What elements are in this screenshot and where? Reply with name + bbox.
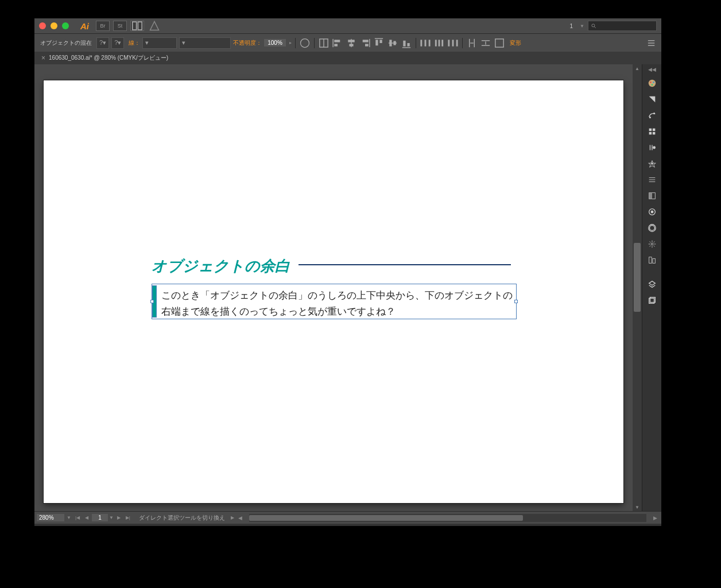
panel-menu-icon[interactable] (646, 38, 658, 48)
stock-icon[interactable]: St (113, 21, 127, 31)
align-top-icon[interactable] (373, 38, 385, 48)
svg-line-69 (653, 246, 654, 247)
align-right-icon[interactable] (359, 38, 371, 48)
svg-rect-72 (649, 257, 651, 264)
svg-rect-49 (652, 129, 654, 131)
svg-rect-24 (407, 43, 409, 47)
artboard-number-input[interactable]: 1 (92, 514, 108, 521)
symbols-panel-icon[interactable] (644, 124, 661, 139)
vscroll-thumb[interactable] (634, 243, 641, 312)
align-left-icon[interactable] (332, 38, 343, 48)
scroll-down-arrow[interactable]: ▼ (633, 503, 642, 511)
artboard: オブジェクトの余白 このとき「オブジェクトの余白」のうしろの上下中央から、下のオ… (44, 80, 623, 503)
panel-dock: ◀◀ (642, 64, 661, 511)
svg-point-63 (651, 243, 653, 245)
align-selection-icon[interactable] (318, 38, 330, 48)
svg-point-44 (653, 82, 654, 83)
search-input[interactable] (588, 21, 657, 31)
document-tab-label: 160630_0630.ai* @ 280% (CMYK/プレビュー) (49, 54, 168, 62)
svg-point-2 (592, 24, 595, 27)
hscroll-left-arrow[interactable]: ◀ (237, 515, 245, 521)
distribute-right-icon[interactable] (447, 38, 459, 48)
distribute-hcenter-icon[interactable] (433, 38, 445, 48)
stroke-weight-dropdown[interactable]: ▾ (142, 37, 177, 49)
stroke-profile-dropdown[interactable]: ▾ (179, 37, 231, 49)
collapse-panels-icon[interactable]: ◀◀ (648, 67, 656, 72)
heading-text: オブジェクトの余白 (152, 257, 290, 274)
artboards-panel-icon[interactable] (644, 293, 661, 308)
brushes-panel-icon[interactable] (644, 108, 661, 123)
svg-rect-31 (448, 40, 449, 46)
recolor-icon[interactable] (299, 38, 311, 48)
selection-handle[interactable] (514, 300, 518, 303)
svg-rect-38 (495, 38, 503, 47)
stroke-panel-icon[interactable] (644, 140, 661, 155)
bridge-icon[interactable]: Br (96, 21, 110, 31)
svg-rect-13 (369, 38, 370, 47)
appearance-panel-icon[interactable] (644, 204, 661, 219)
gradient-panel-icon[interactable] (644, 172, 661, 187)
hscroll-thumb[interactable] (249, 515, 524, 521)
transparency-panel-icon[interactable] (644, 188, 661, 203)
graphic-styles-panel-icon[interactable] (644, 237, 661, 252)
last-artboard-button[interactable]: ▶| (124, 514, 132, 522)
close-button[interactable] (39, 22, 46, 29)
opacity-value[interactable]: 100% (264, 39, 286, 47)
svg-rect-17 (375, 40, 378, 45)
opacity-label: 不透明度： (233, 39, 262, 47)
stroke-dropdown[interactable]: ?▾ (111, 37, 124, 49)
app-window: Ai Br St 1 ▼ オブジェクトの混在 ?▾ ?▾ 線： ▾ ▾ 不透明度… (34, 18, 661, 526)
distribute-vspace-icon[interactable] (466, 38, 478, 48)
document-tab[interactable]: × 160630_0630.ai* @ 280% (CMYK/プレビュー) (38, 54, 172, 62)
color-panel-icon[interactable] (644, 76, 661, 91)
selection-handle[interactable] (150, 300, 154, 303)
align-to-icon[interactable] (494, 38, 505, 48)
arrange-docs-icon[interactable] (130, 21, 144, 31)
align-bottom-icon[interactable] (401, 38, 412, 48)
cc-libraries-panel-icon[interactable] (644, 220, 661, 235)
align-hcenter-icon[interactable] (346, 38, 357, 48)
svg-rect-7 (332, 38, 333, 47)
heading-object[interactable]: オブジェクトの余白 (152, 256, 555, 276)
distribute-hspace-icon[interactable] (480, 38, 491, 48)
svg-rect-18 (379, 40, 382, 43)
heading-rule-line (299, 264, 511, 265)
svg-point-46 (649, 117, 650, 118)
svg-point-42 (648, 80, 655, 87)
maximize-button[interactable] (62, 22, 69, 29)
window-controls (39, 22, 69, 29)
workspace-label[interactable]: 1 (567, 23, 577, 29)
canvas-area[interactable]: オブジェクトの余白 このとき「オブジェクトの余白」のうしろの上下中央から、下のオ… (34, 64, 633, 511)
color-guide-panel-icon[interactable] (644, 156, 661, 171)
gpu-icon[interactable] (148, 21, 161, 31)
svg-point-43 (650, 82, 652, 83)
svg-point-45 (651, 84, 653, 86)
horizontal-scrollbar[interactable] (249, 514, 646, 522)
scroll-up-arrow[interactable]: ▲ (633, 64, 642, 72)
vertical-scrollbar[interactable]: ▲ ▼ (633, 64, 642, 511)
fill-dropdown[interactable]: ?▾ (96, 37, 109, 49)
layers-panel-icon[interactable] (644, 277, 661, 292)
swatches-panel-icon[interactable] (644, 92, 661, 107)
prev-artboard-button[interactable]: ◀ (83, 514, 91, 522)
textbox-object-selected[interactable]: このとき「オブジェクトの余白」のうしろの上下中央から、下のオブジェクトの 右端ま… (152, 284, 517, 319)
transform-label[interactable]: 変形 (510, 39, 521, 47)
svg-rect-1 (138, 22, 142, 30)
zoom-input[interactable]: 280% (37, 514, 64, 521)
svg-rect-11 (348, 40, 354, 42)
svg-rect-16 (375, 38, 383, 38)
svg-rect-28 (435, 40, 437, 46)
distribute-left-icon[interactable] (420, 38, 431, 48)
minimize-button[interactable] (51, 22, 57, 29)
first-artboard-button[interactable]: |◀ (73, 514, 82, 522)
align-vcenter-icon[interactable] (387, 38, 398, 48)
hscroll-right-arrow[interactable]: ▶ (651, 515, 659, 521)
svg-rect-14 (363, 40, 369, 42)
close-tab-icon[interactable]: × (41, 54, 45, 62)
status-bar: 280% ▼ |◀ ◀ 1 ▼ ▶ ▶| ダイレクト選択ツールを切り換え ▶ ◀… (34, 511, 661, 524)
workspace: オブジェクトの余白 このとき「オブジェクトの余白」のうしろの上下中央から、下のオ… (34, 64, 661, 511)
align-panel-icon[interactable] (644, 253, 661, 268)
svg-point-61 (649, 226, 654, 231)
control-bar: オブジェクトの混在 ?▾ ?▾ 線： ▾ ▾ 不透明度： 100% ▸ (34, 33, 661, 52)
next-artboard-button[interactable]: ▶ (115, 514, 123, 522)
